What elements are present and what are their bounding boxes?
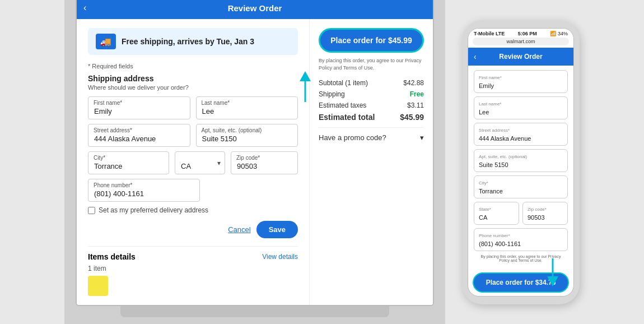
- phone-first-name-label: First name*: [479, 75, 563, 80]
- street-row: Street address* Apt, suite, etc. (option…: [88, 124, 298, 147]
- last-name-group: Last name*: [196, 96, 298, 119]
- phone-last-name-value: Lee: [479, 109, 489, 115]
- chevron-down-icon: ▾: [420, 133, 424, 142]
- first-name-label: First name*: [94, 100, 122, 106]
- required-note: * Required fields: [88, 63, 298, 70]
- phone-first-name-field[interactable]: First name* Emily: [474, 70, 568, 93]
- view-details-link[interactable]: View details: [262, 253, 298, 261]
- taxes-row: Estimated taxes $3.11: [319, 101, 424, 109]
- phone-street-field[interactable]: Street address* 444 Alaska Avenue: [474, 123, 568, 146]
- save-button[interactable]: Save: [256, 221, 298, 238]
- phone-nav-bar: ‹ Review Order: [468, 48, 573, 66]
- total-value: $45.99: [400, 113, 424, 122]
- phone-label: Phone number*: [94, 182, 133, 188]
- phone-zip-value: 90503: [528, 214, 545, 221]
- phone-phone-field[interactable]: Phone number* (801) 400-1161: [474, 228, 568, 251]
- last-name-label: Last name*: [202, 100, 230, 106]
- cancel-button[interactable]: Cancel: [228, 221, 250, 238]
- taxes-value: $3.11: [407, 101, 424, 109]
- laptop-stand: [120, 306, 389, 317]
- total-row: Estimated total $45.99: [319, 113, 424, 122]
- phone-apt-label: Apt, suite, etc. (optional): [479, 154, 563, 159]
- laptop-left-panel: 🚚 Free shipping, arrives by Tue, Jan 3 *…: [77, 19, 310, 305]
- phone-zip-label: Zip code*: [528, 207, 563, 212]
- laptop-frame: ‹ Review Order 🚚 Free shipping, arrives …: [64, 0, 445, 324]
- zip-group: Zip code*: [231, 151, 298, 174]
- state-select[interactable]: CA: [175, 151, 225, 174]
- subtotal-value: $42.88: [403, 79, 424, 87]
- apt-label: Apt, suite, etc. (optional): [202, 127, 262, 133]
- state-group: State* CA: [175, 151, 225, 174]
- svg-marker-1: [300, 71, 311, 81]
- time-label: 5:06 PM: [518, 31, 537, 36]
- truck-icon: 🚚: [96, 34, 116, 49]
- phone-city-value: Torrance: [479, 188, 503, 195]
- back-button[interactable]: ‹: [83, 3, 86, 13]
- preferred-address-row: Set as my preferred delivery address: [88, 206, 298, 214]
- phone-state-zip-row: State* CA Zip code* 90503: [474, 202, 568, 228]
- phone-street-value: 444 Alaska Avenue: [479, 135, 531, 142]
- taxes-label: Estimated taxes: [319, 101, 366, 109]
- city-state-row: City* State* CA Zip cod: [88, 151, 298, 174]
- laptop-screen: ‹ Review Order 🚚 Free shipping, arrives …: [76, 0, 434, 306]
- phone-row: Phone number*: [88, 179, 298, 202]
- battery-label: 📶 34%: [550, 31, 568, 36]
- phone-city-field[interactable]: City* Torrance: [474, 175, 568, 198]
- svg-marker-3: [547, 276, 558, 286]
- shipping-text: Free shipping, arrives by Tue, Jan 3: [122, 37, 254, 46]
- first-name-group: First name*: [88, 96, 190, 119]
- shipping-banner: 🚚 Free shipping, arrives by Tue, Jan 3: [88, 28, 298, 55]
- phone-state-value: CA: [479, 214, 487, 221]
- carrier-label: T-Mobile LTE: [474, 31, 505, 36]
- phone-city-label: City*: [479, 180, 563, 186]
- phone-street-label: Street address*: [479, 128, 563, 133]
- preferred-checkbox[interactable]: [88, 207, 95, 214]
- item-thumbnail: [88, 276, 108, 296]
- terms-text: By placing this order, you agree to our …: [319, 57, 424, 71]
- phone-group: Phone number*: [88, 179, 200, 202]
- phone-page-title: Review Order: [499, 53, 542, 61]
- place-order-button[interactable]: Place order for $45.99: [319, 28, 424, 53]
- form-actions: Cancel Save: [88, 221, 298, 238]
- phone-back-button[interactable]: ‹: [474, 52, 477, 61]
- apt-group: Apt, suite, etc. (optional): [196, 124, 298, 147]
- zip-label: Zip code*: [236, 155, 260, 161]
- phone-state-label: State*: [479, 207, 514, 212]
- phone-screen: T-Mobile LTE 5:06 PM 📶 34% walmart.com ‹…: [468, 28, 574, 297]
- street-label: Street address*: [94, 127, 132, 133]
- city-label: City*: [94, 155, 105, 161]
- city-group: City*: [88, 151, 169, 174]
- preferred-label: Set as my preferred delivery address: [99, 206, 208, 214]
- laptop-right-panel: Place order for $45.99 By placing this o…: [310, 19, 433, 305]
- item-count: 1 item: [88, 265, 298, 272]
- total-label: Estimated total: [319, 113, 375, 122]
- phone-url-bar[interactable]: walmart.com: [473, 38, 569, 45]
- shipping-value: Free: [410, 90, 424, 98]
- phone-apt-field[interactable]: Apt, suite, etc. (optional) Suite 5150: [474, 149, 568, 172]
- name-row: First name* Last name*: [88, 96, 298, 119]
- items-title: Items details: [88, 252, 136, 261]
- phone-first-name-value: Emily: [479, 82, 494, 89]
- laptop-device: ‹ Review Order 🚚 Free shipping, arrives …: [64, 0, 445, 324]
- phone-zip-field[interactable]: Zip code* 90503: [522, 202, 568, 225]
- phone-apt-value: Suite 5150: [479, 161, 508, 168]
- phone-last-name-field[interactable]: Last name* Lee: [474, 96, 568, 119]
- phone-device: T-Mobile LTE 5:06 PM 📶 34% walmart.com ‹…: [462, 20, 580, 304]
- promo-row[interactable]: Have a promo code? ▾: [319, 127, 424, 142]
- phone-status-bar: T-Mobile LTE 5:06 PM 📶 34%: [468, 29, 573, 38]
- state-select-wrapper: CA: [175, 151, 225, 174]
- phone-state-field[interactable]: State* CA: [474, 202, 519, 225]
- section-subtitle: Where should we deliver your order?: [88, 84, 298, 91]
- street-group: Street address*: [88, 124, 190, 147]
- shipping-row: Shipping Free: [319, 90, 424, 98]
- wifi-icon: 📶: [550, 31, 556, 36]
- subtotal-row: Subtotal (1 item) $42.88: [319, 79, 424, 87]
- phone-form-area: First name* Emily Last name* Lee Street …: [468, 66, 573, 270]
- phone-phone-label: Phone number*: [479, 233, 563, 238]
- items-header: Items details View details: [88, 252, 298, 261]
- teal-arrow-phone: [542, 258, 564, 289]
- laptop-body: 🚚 Free shipping, arrives by Tue, Jan 3 *…: [77, 19, 433, 305]
- laptop-page-title: Review Order: [228, 3, 282, 13]
- items-section: Items details View details 1 item: [88, 246, 298, 296]
- phone-phone-value: (801) 400-1161: [479, 240, 521, 247]
